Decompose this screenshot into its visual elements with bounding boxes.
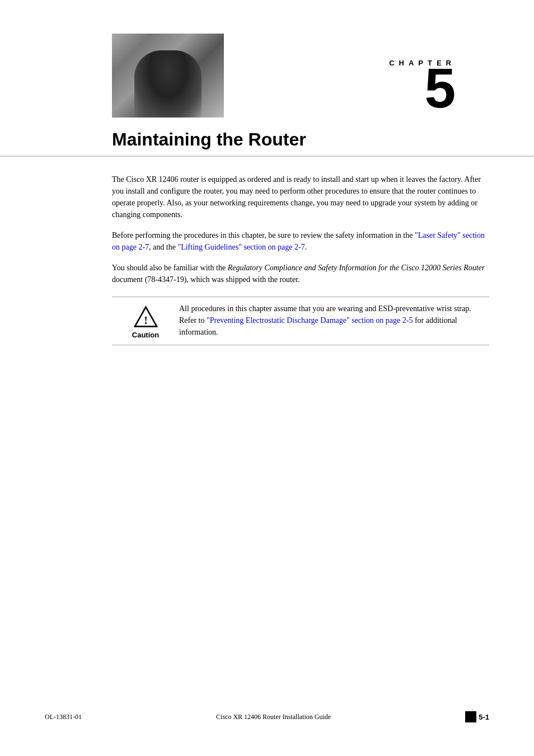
main-content: The Cisco XR 12406 router is equipped as… <box>0 157 534 379</box>
header-area: CHAPTER 5 <box>0 0 534 118</box>
safety-before-text: Before performing the procedures in this… <box>112 231 415 240</box>
caution-box: ! Caution All procedures in this chapter… <box>112 297 489 345</box>
footer-doc-number: OL-13831-01 <box>45 713 82 721</box>
intro-paragraph: The Cisco XR 12406 router is equipped as… <box>112 173 489 220</box>
chapter-label-area: CHAPTER 5 <box>224 59 489 118</box>
page-container: CHAPTER 5 Maintaining the Router The Cis… <box>0 0 534 756</box>
caution-text: All procedures in this chapter assume th… <box>179 303 489 338</box>
caution-label: Caution <box>132 331 159 339</box>
caution-icon-area: ! Caution <box>112 303 179 339</box>
chapter-image-photo <box>112 34 224 118</box>
regulatory-before: You should also be familiar with the <box>112 264 228 272</box>
safety-after-text: . <box>305 243 307 251</box>
intro-paragraph-text: The Cisco XR 12406 router is equipped as… <box>112 175 481 219</box>
regulatory-after: document (78-4347-19), which was shipped… <box>112 275 300 284</box>
footer-doc-number-text: OL-13831-01 <box>45 713 82 721</box>
regulatory-paragraph: You should also be familiar with the Reg… <box>112 262 489 285</box>
lifting-guidelines-link[interactable]: "Lifting Guidelines" section on page 2-7 <box>177 243 305 251</box>
chapter-number: 5 <box>389 64 456 112</box>
footer-center: Cisco XR 12406 Router Installation Guide <box>82 712 465 721</box>
chapter-title: Maintaining the Router <box>112 129 489 150</box>
safety-paragraph: Before performing the procedures in this… <box>112 229 489 253</box>
footer-black-rect <box>465 711 476 722</box>
chapter-text-block: CHAPTER 5 <box>389 59 456 112</box>
svg-text:!: ! <box>144 314 148 326</box>
esd-link[interactable]: "Preventing Electrostatic Discharge Dama… <box>207 316 413 325</box>
safety-mid-text: , and the <box>149 243 177 251</box>
footer-guide-title: Cisco XR 12406 Router Installation Guide <box>216 713 331 721</box>
footer-right: 5-1 <box>465 711 489 722</box>
footer-page-number: 5-1 <box>479 713 489 721</box>
caution-triangle-icon: ! <box>133 306 158 328</box>
footer: OL-13831-01 Cisco XR 12406 Router Instal… <box>0 711 534 722</box>
chapter-image <box>112 34 224 118</box>
chapter-title-section: Maintaining the Router <box>0 118 534 157</box>
regulatory-doc-title: Regulatory Compliance and Safety Informa… <box>228 264 485 272</box>
footer-page-block: 5-1 <box>465 711 489 722</box>
